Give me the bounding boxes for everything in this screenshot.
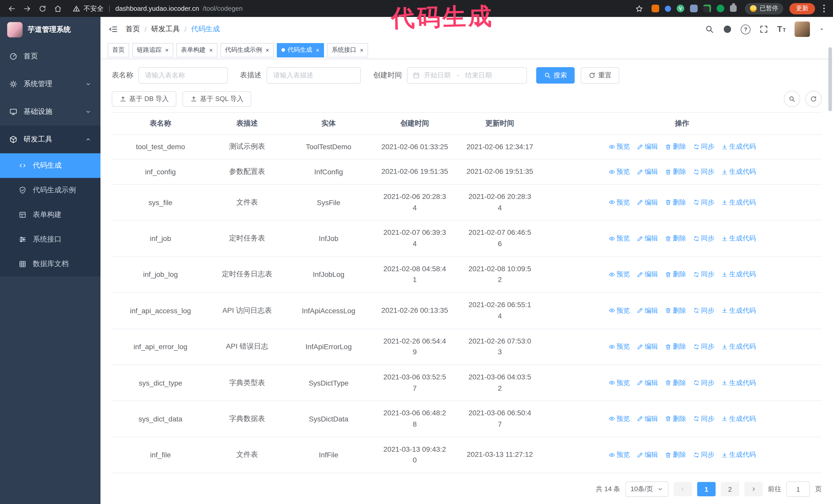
preview-link[interactable]: 预览 [608, 270, 630, 279]
tab-form-builder[interactable]: 表单构建× [176, 43, 217, 57]
extension-green-icon[interactable] [717, 5, 724, 12]
generate-code-link[interactable]: 生成代码 [721, 414, 756, 424]
preview-link[interactable]: 预览 [608, 450, 630, 460]
tab-tracing[interactable]: 链路追踪× [132, 43, 173, 57]
sidebar-item-codegen-example[interactable]: 代码生成示例 [0, 178, 100, 202]
page-button-1[interactable]: 1 [697, 482, 716, 496]
generate-code-link[interactable]: 生成代码 [721, 198, 756, 207]
sidebar-item-system-api[interactable]: 系统接口 [0, 227, 100, 252]
delete-link[interactable]: 删除 [665, 167, 686, 176]
preview-link[interactable]: 预览 [608, 142, 630, 151]
edit-link[interactable]: 编辑 [636, 270, 658, 279]
generate-code-link[interactable]: 生成代码 [721, 306, 756, 315]
breadcrumb-item[interactable]: 研发工具 [151, 25, 180, 34]
tab-codegen-example[interactable]: 代码生成示例× [220, 43, 274, 57]
tab-codegen[interactable]: 代码生成× [277, 43, 324, 57]
tab-close-icon[interactable]: × [360, 47, 363, 53]
help-icon[interactable] [741, 25, 751, 34]
app-logo[interactable]: 芋道管理系统 [0, 17, 100, 43]
generate-code-link[interactable]: 生成代码 [721, 142, 756, 151]
delete-link[interactable]: 删除 [665, 414, 686, 424]
preview-link[interactable]: 预览 [608, 342, 630, 351]
sync-link[interactable]: 同步 [693, 142, 714, 151]
sidebar-item-form-builder[interactable]: 表单构建 [0, 202, 100, 227]
sidebar-item-dev-tools[interactable]: 研发工具 [0, 126, 100, 153]
edit-link[interactable]: 编辑 [636, 198, 658, 207]
goto-page-input[interactable] [786, 481, 810, 497]
tab-close-icon[interactable]: × [165, 47, 169, 53]
back-button[interactable] [5, 2, 19, 15]
generate-code-link[interactable]: 生成代码 [721, 378, 756, 387]
tab-system-api[interactable]: 系统接口× [327, 43, 368, 57]
preview-link[interactable]: 预览 [608, 414, 630, 424]
preview-link[interactable]: 预览 [608, 378, 630, 387]
sync-link[interactable]: 同步 [693, 306, 714, 315]
avatar-caret-icon[interactable] [819, 26, 825, 32]
sidebar-item-system[interactable]: 系统管理 [0, 70, 100, 98]
delete-link[interactable]: 删除 [665, 234, 686, 243]
bookmark-star-icon[interactable] [635, 4, 643, 13]
generate-code-link[interactable]: 生成代码 [721, 450, 756, 460]
delete-link[interactable]: 删除 [665, 270, 686, 279]
delete-link[interactable]: 删除 [665, 198, 686, 207]
edit-link[interactable]: 编辑 [636, 167, 658, 176]
next-page-button[interactable] [744, 482, 763, 496]
extension-dark-icon[interactable] [703, 5, 711, 12]
preview-link[interactable]: 预览 [608, 234, 630, 243]
sidebar-item-home[interactable]: 首页 [0, 43, 100, 70]
paused-badge[interactable]: 已暂停 [745, 3, 783, 14]
page-button-2[interactable]: 2 [721, 482, 739, 496]
sync-link[interactable]: 同步 [693, 450, 714, 460]
generate-code-link[interactable]: 生成代码 [721, 342, 756, 351]
date-range-picker[interactable]: 开始日期 - 结束日期 [407, 67, 527, 83]
delete-link[interactable]: 删除 [665, 378, 686, 387]
import-sql-button[interactable]: 基于 SQL 导入 [183, 91, 252, 106]
extension-people-icon[interactable] [690, 5, 698, 12]
preview-link[interactable]: 预览 [608, 306, 630, 315]
font-size-icon[interactable] [777, 25, 786, 33]
edit-link[interactable]: 编辑 [636, 450, 658, 460]
update-button[interactable]: 更新 [789, 3, 815, 14]
sync-link[interactable]: 同步 [693, 234, 714, 243]
scrollbar-thumb[interactable] [828, 47, 832, 111]
sync-link[interactable]: 同步 [693, 270, 714, 279]
github-icon[interactable] [723, 25, 732, 34]
preview-link[interactable]: 预览 [608, 167, 630, 176]
page-size-select[interactable]: 10条/页 [625, 481, 668, 497]
extension-orange-icon[interactable] [651, 5, 659, 12]
home-button[interactable] [51, 2, 65, 15]
sidebar-item-infra[interactable]: 基础设施 [0, 98, 100, 126]
delete-link[interactable]: 删除 [665, 306, 686, 315]
edit-link[interactable]: 编辑 [636, 378, 658, 387]
tab-close-icon[interactable]: × [265, 47, 269, 53]
sync-link[interactable]: 同步 [693, 414, 714, 424]
edit-link[interactable]: 编辑 [636, 142, 658, 151]
toggle-search-button[interactable] [784, 91, 800, 107]
edit-link[interactable]: 编辑 [636, 414, 658, 424]
forward-button[interactable] [21, 2, 34, 15]
tab-close-icon[interactable]: × [316, 47, 319, 53]
sync-link[interactable]: 同步 [693, 198, 714, 207]
delete-link[interactable]: 删除 [665, 450, 686, 460]
generate-code-link[interactable]: 生成代码 [721, 234, 756, 243]
fullscreen-icon[interactable] [759, 25, 768, 34]
search-button[interactable]: 搜索 [536, 67, 575, 83]
tab-close-icon[interactable]: × [209, 47, 213, 53]
edit-link[interactable]: 编辑 [636, 234, 658, 243]
breadcrumb-item[interactable]: 代码生成 [191, 25, 220, 34]
address-bar[interactable]: 不安全 dashboard.yudao.iocoder.cn/tool/code… [73, 4, 243, 13]
extensions-puzzle-icon[interactable] [730, 5, 737, 12]
reset-button[interactable]: 重置 [581, 67, 619, 83]
edit-link[interactable]: 编辑 [636, 306, 658, 315]
extension-vue-devtools-icon[interactable] [677, 5, 684, 12]
import-db-button[interactable]: 基于 DB 导入 [112, 91, 176, 106]
sync-link[interactable]: 同步 [693, 378, 714, 387]
delete-link[interactable]: 删除 [665, 142, 686, 151]
sidebar-item-db-doc[interactable]: 数据库文档 [0, 252, 100, 277]
sync-link[interactable]: 同步 [693, 167, 714, 176]
preview-link[interactable]: 预览 [608, 198, 630, 207]
table-name-input[interactable] [138, 67, 228, 83]
delete-link[interactable]: 删除 [665, 342, 686, 351]
tab-home[interactable]: 首页 [108, 43, 129, 57]
table-desc-input[interactable] [266, 67, 361, 83]
